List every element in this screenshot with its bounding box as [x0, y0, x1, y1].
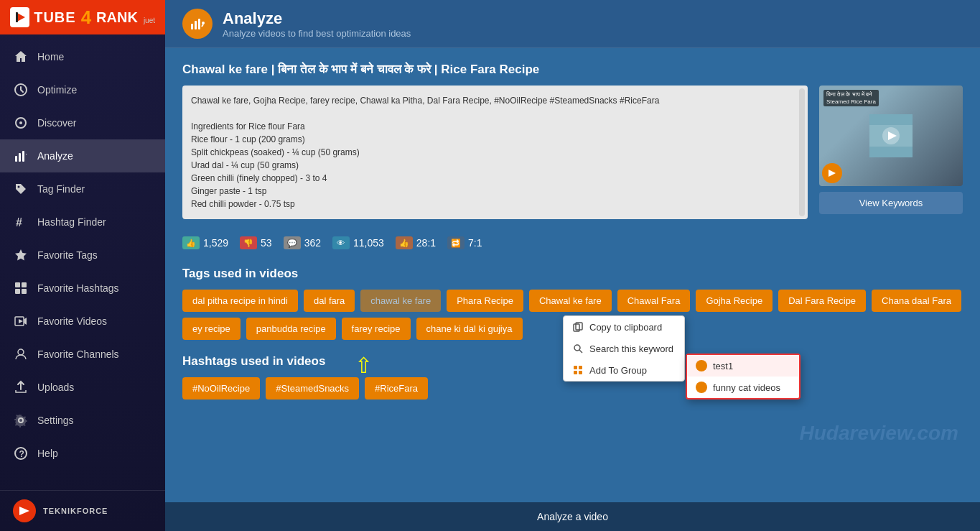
tag-chana-daal-fara[interactable]: Chana daal Fara: [872, 290, 961, 312]
hashtag-steamed-snacks[interactable]: #SteamedSnacks: [266, 377, 359, 400]
eye-icon: 👁: [332, 236, 350, 249]
logo-4: 4: [81, 6, 91, 29]
ctx-copy[interactable]: Copy to clipboard: [564, 316, 684, 338]
bottom-bar[interactable]: Analyze a video: [165, 502, 980, 531]
ctx-search-label: Search this keyword: [589, 343, 673, 354]
tag-dal-pitha[interactable]: dal pitha recipe in hindi: [182, 290, 298, 312]
logo-icon: [10, 7, 29, 27]
loop-count: 7:1: [468, 237, 482, 249]
svg-rect-23: [198, 19, 200, 29]
sidebar-item-discover[interactable]: Discover: [0, 106, 165, 139]
ctx-submenu-test1[interactable]: test1: [687, 355, 799, 377]
main-content: Analyze Analyze videos to find best opti…: [165, 0, 980, 531]
group-icon-funny-cat: [696, 382, 707, 393]
sidebar-label-help: Help: [37, 448, 58, 459]
sidebar-label-favorite-hashtags: Favorite Hashtags: [37, 282, 119, 294]
tag-chawal-ke-fare[interactable]: Chawal ke fare: [529, 290, 612, 312]
sidebar-item-favorite-tags[interactable]: Favorite Tags: [0, 239, 165, 272]
sidebar-item-favorite-videos[interactable]: Favorite Videos: [0, 305, 165, 338]
watermark: Hudareview.com: [800, 422, 958, 445]
analyze-header-icon: [182, 9, 213, 39]
sidebar-item-analyze[interactable]: Analyze: [0, 139, 165, 172]
svg-rect-1: [16, 12, 18, 22]
sidebar-nav: Home Optimize Discover Analyze: [0, 34, 165, 490]
bottom-bar-label: Analyze a video: [537, 511, 608, 522]
hashtag-rice-fara[interactable]: #RiceFara: [365, 377, 428, 400]
favorite-videos-icon: [13, 313, 29, 329]
sidebar-item-optimize[interactable]: Optimize: [0, 73, 165, 106]
hashtag-no-oil[interactable]: #NoOilRecipe: [182, 377, 260, 400]
svg-marker-20: [19, 507, 29, 515]
view-keywords-button[interactable]: View Keywords: [819, 192, 963, 214]
favorite-hashtags-icon: [13, 280, 29, 296]
tag-finder-icon: [13, 181, 29, 197]
sidebar-item-tag-finder[interactable]: Tag Finder: [0, 172, 165, 206]
svg-rect-35: [574, 366, 577, 369]
logo-dot: juet: [144, 17, 155, 24]
logo-rank: RANK: [96, 9, 138, 26]
svg-rect-5: [15, 156, 17, 162]
analyze-icon: [13, 148, 29, 164]
settings-icon: [13, 412, 29, 428]
optimize-icon: [13, 82, 29, 98]
sidebar-item-favorite-channels[interactable]: Favorite Channels: [0, 338, 165, 371]
svg-line-25: [202, 24, 203, 27]
dislikes-count: 53: [261, 237, 272, 249]
tag-panbudda[interactable]: panbudda recipe: [246, 318, 336, 340]
sidebar-item-help[interactable]: ? Help: [0, 437, 165, 470]
ctx-submenu-test1-label: test1: [713, 361, 733, 371]
sidebar-label-settings: Settings: [37, 415, 74, 426]
sidebar-label-optimize: Optimize: [37, 84, 77, 96]
svg-rect-21: [191, 24, 193, 29]
ctx-copy-label: Copy to clipboard: [589, 322, 662, 333]
header-title-group: Analyze Analyze videos to find best opti…: [223, 9, 411, 39]
video-section: Chawal ke fare, Gojha Recipe, farey reci…: [182, 86, 963, 219]
tag-phara-recipe[interactable]: Phara Recipe: [447, 290, 523, 312]
logo-tube: TUBE: [34, 9, 75, 26]
sidebar-label-hashtag-finder: Hashtag Finder: [37, 216, 106, 228]
ctx-add-group[interactable]: Add To Group test1 funny cat videos: [564, 359, 684, 381]
svg-point-33: [574, 345, 580, 351]
sidebar-label-uploads: Uploads: [37, 382, 74, 393]
tag-ey-recipe[interactable]: ey recipe: [182, 318, 241, 340]
tag-dal-fara[interactable]: dal fara: [304, 290, 355, 312]
sidebar-item-favorite-hashtags[interactable]: Favorite Hashtags: [0, 272, 165, 305]
ratio-count: 28:1: [416, 237, 436, 249]
video-description: Chawal ke fare, Gojha Recipe, farey reci…: [182, 86, 808, 219]
tag-chawal-fara[interactable]: Chawal Fara: [617, 290, 691, 312]
favorite-channels-icon: [13, 346, 29, 362]
discover-icon: [13, 115, 29, 131]
stat-dislikes: 👎 53: [240, 236, 272, 249]
tag-gojha-recipe[interactable]: Gojha Recipe: [696, 290, 773, 312]
svg-rect-38: [579, 371, 582, 374]
home-icon: [13, 49, 29, 65]
svg-text:#: #: [16, 216, 22, 228]
sidebar-item-home[interactable]: Home: [0, 40, 165, 73]
sidebar-item-uploads[interactable]: Uploads: [0, 371, 165, 404]
tag-chane-ki-dal[interactable]: chane ki dal ki gujiya: [416, 318, 523, 340]
ctx-search[interactable]: Search this keyword: [564, 338, 684, 359]
tag-dal-fara-recipe[interactable]: Dal Fara Recipe: [778, 290, 866, 312]
svg-point-16: [18, 349, 24, 355]
ctx-group-icon: [572, 364, 584, 376]
ctx-search-icon: [572, 343, 584, 354]
page-title: Analyze: [223, 9, 411, 28]
sidebar-footer: TEKNIKFORCE: [0, 490, 165, 531]
stats-bar: 👍 1,529 👎 53 💬 362 👁 11,053 👍 28:1 🔁: [182, 231, 963, 255]
ctx-submenu-funny-cat[interactable]: funny cat videos: [687, 377, 799, 398]
sidebar-label-home: Home: [37, 51, 64, 63]
favorite-tags-icon: [13, 247, 29, 263]
sidebar-item-hashtag-finder[interactable]: # Hashtag Finder: [0, 206, 165, 239]
sidebar-item-settings[interactable]: Settings: [0, 404, 165, 437]
svg-rect-36: [579, 366, 582, 369]
tag-chawal-ke-fare-tag[interactable]: chawal ke fare: [360, 290, 441, 312]
loop-icon: 🔁: [447, 236, 465, 249]
video-description-scroll[interactable]: Chawal ke fare, Gojha Recipe, farey reci…: [191, 94, 799, 211]
content-area: Chawal ke fare | बिना तेल के भाप में बने…: [165, 48, 980, 502]
stat-likes: 👍 1,529: [182, 236, 228, 249]
sidebar-label-analyze: Analyze: [37, 150, 73, 162]
stat-ratio: 👍 28:1: [396, 236, 436, 249]
tag-farey-recipe[interactable]: farey recipe: [342, 318, 411, 340]
svg-point-4: [19, 121, 22, 124]
sidebar-label-favorite-videos: Favorite Videos: [37, 315, 107, 327]
